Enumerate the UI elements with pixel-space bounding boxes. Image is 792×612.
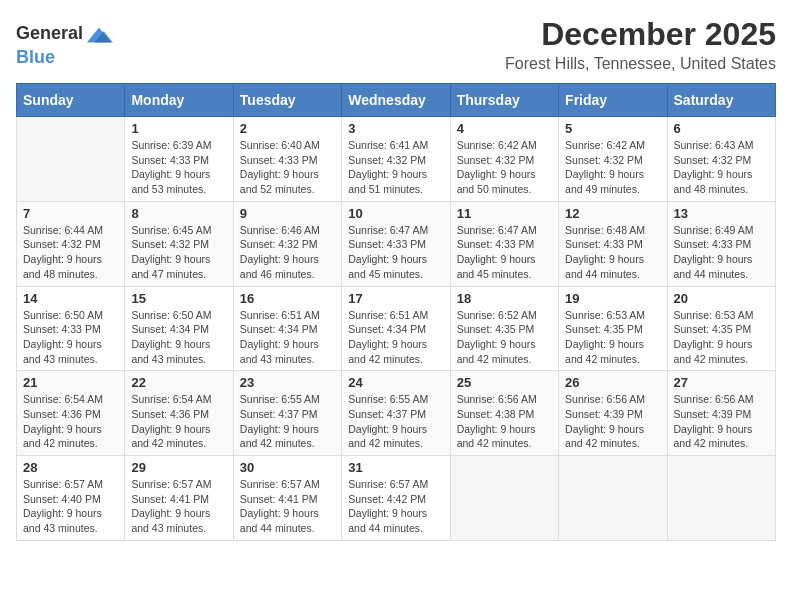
day-number: 18 bbox=[457, 291, 552, 306]
day-number: 11 bbox=[457, 206, 552, 221]
title-section: December 2025 Forest Hills, Tennessee, U… bbox=[505, 16, 776, 73]
day-number: 2 bbox=[240, 121, 335, 136]
calendar-cell: 11Sunrise: 6:47 AMSunset: 4:33 PMDayligh… bbox=[450, 201, 558, 286]
calendar-cell: 30Sunrise: 6:57 AMSunset: 4:41 PMDayligh… bbox=[233, 456, 341, 541]
day-info: Sunrise: 6:57 AMSunset: 4:41 PMDaylight:… bbox=[131, 477, 226, 536]
day-info: Sunrise: 6:40 AMSunset: 4:33 PMDaylight:… bbox=[240, 138, 335, 197]
day-info: Sunrise: 6:39 AMSunset: 4:33 PMDaylight:… bbox=[131, 138, 226, 197]
day-info: Sunrise: 6:55 AMSunset: 4:37 PMDaylight:… bbox=[348, 392, 443, 451]
day-info: Sunrise: 6:48 AMSunset: 4:33 PMDaylight:… bbox=[565, 223, 660, 282]
day-info: Sunrise: 6:42 AMSunset: 4:32 PMDaylight:… bbox=[565, 138, 660, 197]
calendar-cell: 8Sunrise: 6:45 AMSunset: 4:32 PMDaylight… bbox=[125, 201, 233, 286]
day-info: Sunrise: 6:56 AMSunset: 4:38 PMDaylight:… bbox=[457, 392, 552, 451]
calendar-cell: 1Sunrise: 6:39 AMSunset: 4:33 PMDaylight… bbox=[125, 117, 233, 202]
day-info: Sunrise: 6:56 AMSunset: 4:39 PMDaylight:… bbox=[565, 392, 660, 451]
day-number: 28 bbox=[23, 460, 118, 475]
day-number: 12 bbox=[565, 206, 660, 221]
day-number: 26 bbox=[565, 375, 660, 390]
day-number: 21 bbox=[23, 375, 118, 390]
calendar-cell: 6Sunrise: 6:43 AMSunset: 4:32 PMDaylight… bbox=[667, 117, 775, 202]
calendar-col-wednesday: Wednesday bbox=[342, 84, 450, 117]
calendar-col-saturday: Saturday bbox=[667, 84, 775, 117]
calendar-cell: 7Sunrise: 6:44 AMSunset: 4:32 PMDaylight… bbox=[17, 201, 125, 286]
day-number: 27 bbox=[674, 375, 769, 390]
month-title: December 2025 bbox=[505, 16, 776, 53]
calendar-cell: 9Sunrise: 6:46 AMSunset: 4:32 PMDaylight… bbox=[233, 201, 341, 286]
calendar-cell bbox=[667, 456, 775, 541]
logo-text-general: General bbox=[16, 24, 83, 44]
calendar-cell: 21Sunrise: 6:54 AMSunset: 4:36 PMDayligh… bbox=[17, 371, 125, 456]
calendar-col-monday: Monday bbox=[125, 84, 233, 117]
day-info: Sunrise: 6:54 AMSunset: 4:36 PMDaylight:… bbox=[131, 392, 226, 451]
day-info: Sunrise: 6:57 AMSunset: 4:41 PMDaylight:… bbox=[240, 477, 335, 536]
calendar-cell: 22Sunrise: 6:54 AMSunset: 4:36 PMDayligh… bbox=[125, 371, 233, 456]
day-number: 5 bbox=[565, 121, 660, 136]
day-info: Sunrise: 6:41 AMSunset: 4:32 PMDaylight:… bbox=[348, 138, 443, 197]
day-info: Sunrise: 6:57 AMSunset: 4:40 PMDaylight:… bbox=[23, 477, 118, 536]
day-info: Sunrise: 6:51 AMSunset: 4:34 PMDaylight:… bbox=[348, 308, 443, 367]
calendar-week-row: 1Sunrise: 6:39 AMSunset: 4:33 PMDaylight… bbox=[17, 117, 776, 202]
calendar-cell: 2Sunrise: 6:40 AMSunset: 4:33 PMDaylight… bbox=[233, 117, 341, 202]
calendar-col-friday: Friday bbox=[559, 84, 667, 117]
calendar-cell: 18Sunrise: 6:52 AMSunset: 4:35 PMDayligh… bbox=[450, 286, 558, 371]
calendar-cell: 27Sunrise: 6:56 AMSunset: 4:39 PMDayligh… bbox=[667, 371, 775, 456]
calendar-cell bbox=[559, 456, 667, 541]
calendar-cell: 31Sunrise: 6:57 AMSunset: 4:42 PMDayligh… bbox=[342, 456, 450, 541]
day-info: Sunrise: 6:53 AMSunset: 4:35 PMDaylight:… bbox=[565, 308, 660, 367]
calendar-cell: 13Sunrise: 6:49 AMSunset: 4:33 PMDayligh… bbox=[667, 201, 775, 286]
day-info: Sunrise: 6:56 AMSunset: 4:39 PMDaylight:… bbox=[674, 392, 769, 451]
calendar-col-tuesday: Tuesday bbox=[233, 84, 341, 117]
location-title: Forest Hills, Tennessee, United States bbox=[505, 55, 776, 73]
calendar-week-row: 7Sunrise: 6:44 AMSunset: 4:32 PMDaylight… bbox=[17, 201, 776, 286]
calendar-header-row: SundayMondayTuesdayWednesdayThursdayFrid… bbox=[17, 84, 776, 117]
day-number: 6 bbox=[674, 121, 769, 136]
day-number: 22 bbox=[131, 375, 226, 390]
calendar-cell: 5Sunrise: 6:42 AMSunset: 4:32 PMDaylight… bbox=[559, 117, 667, 202]
calendar-week-row: 21Sunrise: 6:54 AMSunset: 4:36 PMDayligh… bbox=[17, 371, 776, 456]
day-number: 24 bbox=[348, 375, 443, 390]
calendar-cell: 24Sunrise: 6:55 AMSunset: 4:37 PMDayligh… bbox=[342, 371, 450, 456]
day-number: 19 bbox=[565, 291, 660, 306]
day-info: Sunrise: 6:47 AMSunset: 4:33 PMDaylight:… bbox=[348, 223, 443, 282]
day-info: Sunrise: 6:55 AMSunset: 4:37 PMDaylight:… bbox=[240, 392, 335, 451]
day-number: 29 bbox=[131, 460, 226, 475]
calendar-cell: 19Sunrise: 6:53 AMSunset: 4:35 PMDayligh… bbox=[559, 286, 667, 371]
day-number: 31 bbox=[348, 460, 443, 475]
day-number: 16 bbox=[240, 291, 335, 306]
calendar-week-row: 28Sunrise: 6:57 AMSunset: 4:40 PMDayligh… bbox=[17, 456, 776, 541]
day-info: Sunrise: 6:50 AMSunset: 4:34 PMDaylight:… bbox=[131, 308, 226, 367]
day-info: Sunrise: 6:51 AMSunset: 4:34 PMDaylight:… bbox=[240, 308, 335, 367]
calendar-cell: 28Sunrise: 6:57 AMSunset: 4:40 PMDayligh… bbox=[17, 456, 125, 541]
calendar-table: SundayMondayTuesdayWednesdayThursdayFrid… bbox=[16, 83, 776, 541]
page-header: General Blue December 2025 Forest Hills,… bbox=[16, 16, 776, 73]
calendar-cell: 25Sunrise: 6:56 AMSunset: 4:38 PMDayligh… bbox=[450, 371, 558, 456]
day-number: 7 bbox=[23, 206, 118, 221]
calendar-cell: 4Sunrise: 6:42 AMSunset: 4:32 PMDaylight… bbox=[450, 117, 558, 202]
calendar-cell: 23Sunrise: 6:55 AMSunset: 4:37 PMDayligh… bbox=[233, 371, 341, 456]
day-number: 3 bbox=[348, 121, 443, 136]
day-number: 9 bbox=[240, 206, 335, 221]
day-number: 13 bbox=[674, 206, 769, 221]
day-info: Sunrise: 6:42 AMSunset: 4:32 PMDaylight:… bbox=[457, 138, 552, 197]
day-number: 17 bbox=[348, 291, 443, 306]
day-info: Sunrise: 6:45 AMSunset: 4:32 PMDaylight:… bbox=[131, 223, 226, 282]
calendar-cell: 12Sunrise: 6:48 AMSunset: 4:33 PMDayligh… bbox=[559, 201, 667, 286]
calendar-week-row: 14Sunrise: 6:50 AMSunset: 4:33 PMDayligh… bbox=[17, 286, 776, 371]
day-number: 4 bbox=[457, 121, 552, 136]
calendar-cell: 29Sunrise: 6:57 AMSunset: 4:41 PMDayligh… bbox=[125, 456, 233, 541]
day-number: 8 bbox=[131, 206, 226, 221]
day-info: Sunrise: 6:44 AMSunset: 4:32 PMDaylight:… bbox=[23, 223, 118, 282]
day-number: 20 bbox=[674, 291, 769, 306]
day-info: Sunrise: 6:50 AMSunset: 4:33 PMDaylight:… bbox=[23, 308, 118, 367]
day-number: 1 bbox=[131, 121, 226, 136]
calendar-cell: 15Sunrise: 6:50 AMSunset: 4:34 PMDayligh… bbox=[125, 286, 233, 371]
calendar-cell bbox=[17, 117, 125, 202]
day-number: 30 bbox=[240, 460, 335, 475]
day-number: 15 bbox=[131, 291, 226, 306]
day-info: Sunrise: 6:52 AMSunset: 4:35 PMDaylight:… bbox=[457, 308, 552, 367]
calendar-cell: 16Sunrise: 6:51 AMSunset: 4:34 PMDayligh… bbox=[233, 286, 341, 371]
calendar-cell: 17Sunrise: 6:51 AMSunset: 4:34 PMDayligh… bbox=[342, 286, 450, 371]
day-info: Sunrise: 6:46 AMSunset: 4:32 PMDaylight:… bbox=[240, 223, 335, 282]
calendar-cell: 26Sunrise: 6:56 AMSunset: 4:39 PMDayligh… bbox=[559, 371, 667, 456]
calendar-cell: 10Sunrise: 6:47 AMSunset: 4:33 PMDayligh… bbox=[342, 201, 450, 286]
